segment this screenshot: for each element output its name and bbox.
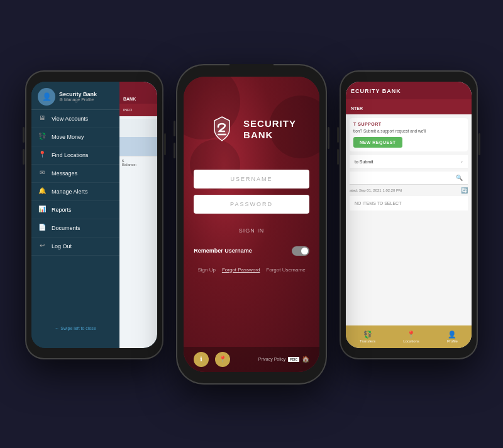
right-header-title: ECURITY BANK	[351, 88, 467, 94]
search-icon: 🔍	[456, 175, 463, 181]
right-sub-header: NTER	[351, 106, 363, 111]
sign-in-label: SIGN IN	[239, 227, 265, 234]
list-item-to-submit[interactable]: to Submit ›	[350, 155, 468, 169]
manage-profile-link[interactable]: ⚙ Manage Profile	[59, 97, 97, 102]
security-bank-logo-icon	[207, 114, 237, 145]
support-text: tion? Submit a support request and we'll	[353, 128, 464, 134]
login-logo: SECURITY BANK	[207, 114, 296, 145]
nav-profile[interactable]: 👤 Profile	[447, 331, 458, 343]
left-phone-screen: BANK INFO $ Balance: 👤	[31, 82, 157, 348]
alerts-icon: 🔔	[38, 187, 47, 196]
menu-label-documents: Documents	[52, 225, 80, 231]
message-icon: ✉	[38, 169, 47, 178]
chevron-right-icon: ›	[461, 159, 463, 165]
behind-header-text: BANK	[123, 97, 136, 101]
transfer-icon: 💱	[38, 133, 47, 141]
privacy-policy-link[interactable]: Privacy Policy	[258, 357, 286, 361]
phone-left: BANK INFO $ Balance: 👤	[25, 70, 163, 359]
avatar: 👤	[38, 88, 55, 106]
locations-icon: 📍	[407, 331, 416, 339]
sign-up-link[interactable]: Sign Up	[197, 267, 215, 273]
forgot-username-link[interactable]: Forgot Username	[266, 267, 305, 273]
login-background: SECURITY BANK USERNAME PASSWORD SIGN IN …	[184, 77, 319, 372]
notch	[229, 64, 274, 75]
menu-item-manage-alerts[interactable]: 🔔 Manage Alerts	[31, 183, 119, 201]
auth-links: Sign Up Forgot Password Forgot Username	[194, 267, 309, 273]
right-header: ECURITY BANK	[346, 82, 472, 99]
locations-label: Locations	[403, 339, 419, 343]
no-items-message: NO ITEMS TO SELECT	[350, 196, 468, 210]
equal-housing-icon: 🏠	[302, 356, 309, 363]
sign-in-button[interactable]: SIGN IN	[194, 224, 309, 235]
menu-label-reports: Reports	[52, 207, 72, 213]
transfers-label: Transfers	[360, 339, 375, 343]
menu-item-documents[interactable]: 📄 Documents	[31, 219, 119, 238]
new-request-button[interactable]: NEW REQUEST	[353, 137, 402, 148]
logout-icon: ↩	[38, 242, 47, 251]
menu-item-logout[interactable]: ↩ Log Out	[31, 238, 119, 256]
refresh-icon[interactable]: 🔄	[461, 187, 468, 194]
security-bank-name: SECURITY BANK	[243, 118, 296, 141]
remember-label: Remember Username	[194, 248, 252, 254]
support-section: T SUPPORT tion? Submit a support request…	[350, 118, 468, 151]
documents-icon: 📄	[38, 224, 47, 232]
login-form: USERNAME PASSWORD SIGN IN Remember Usern…	[194, 170, 309, 273]
reports-icon: 📊	[38, 205, 47, 214]
menu-label-view-accounts: View Accounts	[52, 116, 88, 122]
login-screen: SECURITY BANK USERNAME PASSWORD SIGN IN …	[184, 77, 319, 372]
right-phone-screen: ECURITY BANK NTER T SUPPORT tion? Submit…	[346, 82, 472, 348]
nav-locations[interactable]: 📍 Locations	[403, 331, 419, 343]
password-field[interactable]: PASSWORD	[194, 195, 309, 214]
nav-transfers[interactable]: 💱 Transfers	[360, 331, 375, 343]
menu-label-find-locations: Find Locations	[52, 152, 89, 158]
remember-toggle[interactable]	[292, 246, 309, 256]
phone-right: ECURITY BANK NTER T SUPPORT tion? Submit…	[340, 70, 478, 359]
left-menu-header: 👤 Security Bank ⚙ Manage Profile	[31, 82, 119, 110]
support-label: T SUPPORT	[353, 122, 464, 126]
menu-item-move-money[interactable]: 💱 Move Money	[31, 128, 119, 146]
swipe-hint: ← Swipe left to close	[31, 326, 119, 331]
behind-info-text: INFO	[123, 108, 132, 112]
updated-timestamp: ated: Sep 01, 2021 1:02:20 PM	[350, 188, 402, 192]
username-field[interactable]: USERNAME	[194, 170, 309, 188]
location-button[interactable]: 📍	[215, 352, 230, 367]
menu-label-manage-alerts: Manage Alerts	[52, 188, 88, 195]
phone-center: SECURITY BANK USERNAME PASSWORD SIGN IN …	[176, 64, 327, 385]
search-bar[interactable]: 🔍	[350, 172, 468, 185]
accounts-icon: 🖥	[38, 114, 47, 123]
menu-label-move-money: Move Money	[52, 134, 84, 140]
bottom-icon-group: ℹ 📍	[194, 352, 230, 367]
remember-username-row: Remember Username	[194, 246, 309, 256]
profile-label: Profile	[447, 339, 458, 343]
transfers-icon: 💱	[363, 331, 372, 339]
left-behind-content: BANK INFO $ Balance:	[119, 82, 157, 348]
forgot-password-link[interactable]: Forgot Password	[222, 267, 260, 273]
privacy-group: Privacy Policy FDIC 🏠	[258, 356, 309, 363]
menu-label-messages: Messages	[52, 170, 77, 177]
right-bottom-nav: 💱 Transfers 📍 Locations 👤 Profile	[346, 325, 472, 348]
menu-label-logout: Log Out	[52, 243, 72, 249]
menu-item-view-accounts[interactable]: 🖥 View Accounts	[31, 110, 119, 128]
user-name: Security Bank	[59, 91, 97, 97]
menu-item-find-locations[interactable]: 📍 Find Locations	[31, 146, 119, 165]
menu-item-messages[interactable]: ✉ Messages	[31, 165, 119, 183]
info-button[interactable]: ℹ	[194, 352, 209, 367]
toggle-thumb	[301, 248, 308, 254]
login-bottom-bar: ℹ 📍 Privacy Policy FDIC 🏠	[184, 347, 319, 372]
fdic-badge: FDIC	[288, 357, 299, 362]
updated-row: ated: Sep 01, 2021 1:02:20 PM 🔄	[350, 187, 468, 194]
location-icon: 📍	[38, 151, 47, 160]
profile-icon: 👤	[448, 331, 456, 339]
scene: BANK INFO $ Balance: 👤	[6, 8, 497, 441]
list-item-label: to Submit	[355, 160, 373, 164]
menu-item-reports[interactable]: 📊 Reports	[31, 201, 119, 219]
